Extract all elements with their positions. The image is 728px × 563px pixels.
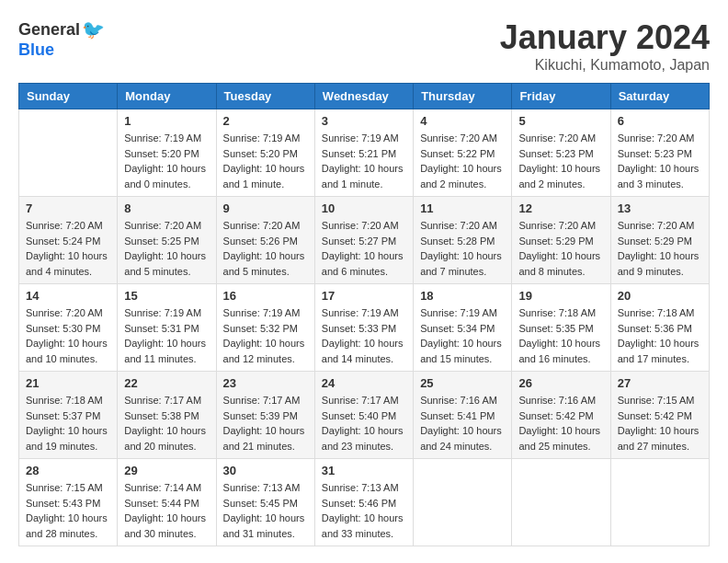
day-info: Sunrise: 7:19 AMSunset: 5:20 PMDaylight:… xyxy=(124,131,209,191)
day-info: Sunrise: 7:20 AMSunset: 5:29 PMDaylight:… xyxy=(518,218,603,279)
day-info: Sunrise: 7:19 AMSunset: 5:20 PMDaylight:… xyxy=(223,131,308,191)
day-info: Sunrise: 7:20 AMSunset: 5:26 PMDaylight:… xyxy=(223,218,308,279)
day-header-wednesday: Wednesday xyxy=(314,84,413,109)
calendar-cell: 30Sunrise: 7:13 AMSunset: 5:45 PMDayligh… xyxy=(216,459,314,546)
calendar-cell: 12Sunrise: 7:20 AMSunset: 5:29 PMDayligh… xyxy=(512,197,610,284)
day-number: 12 xyxy=(518,201,603,215)
day-number: 4 xyxy=(420,114,505,128)
day-info: Sunrise: 7:18 AMSunset: 5:35 PMDaylight:… xyxy=(518,305,603,366)
calendar-cell xyxy=(414,459,512,546)
calendar-cell: 25Sunrise: 7:16 AMSunset: 5:41 PMDayligh… xyxy=(414,372,512,459)
day-header-thursday: Thursday xyxy=(414,84,512,109)
day-info: Sunrise: 7:20 AMSunset: 5:29 PMDaylight:… xyxy=(618,218,702,279)
day-header-saturday: Saturday xyxy=(610,84,709,109)
day-number: 30 xyxy=(223,464,308,477)
calendar-cell: 4Sunrise: 7:20 AMSunset: 5:22 PMDaylight… xyxy=(414,109,512,197)
calendar-cell: 26Sunrise: 7:16 AMSunset: 5:42 PMDayligh… xyxy=(512,372,610,459)
day-number: 16 xyxy=(223,289,308,303)
day-info: Sunrise: 7:20 AMSunset: 5:27 PMDaylight:… xyxy=(322,218,406,279)
calendar-cell: 3Sunrise: 7:19 AMSunset: 5:21 PMDaylight… xyxy=(314,109,413,197)
calendar-cell: 5Sunrise: 7:20 AMSunset: 5:23 PMDaylight… xyxy=(512,109,610,197)
day-number: 5 xyxy=(518,114,603,128)
calendar-cell: 29Sunrise: 7:14 AMSunset: 5:44 PMDayligh… xyxy=(118,459,216,546)
day-number: 7 xyxy=(26,201,110,215)
day-number: 11 xyxy=(420,201,505,215)
calendar-cell: 13Sunrise: 7:20 AMSunset: 5:29 PMDayligh… xyxy=(610,197,709,284)
day-number: 19 xyxy=(518,289,603,303)
calendar-cell: 20Sunrise: 7:18 AMSunset: 5:36 PMDayligh… xyxy=(610,284,709,372)
calendar-cell xyxy=(512,459,610,546)
day-number: 28 xyxy=(26,464,110,477)
day-info: Sunrise: 7:17 AMSunset: 5:38 PMDaylight:… xyxy=(124,393,209,454)
calendar-header-row: SundayMondayTuesdayWednesdayThursdayFrid… xyxy=(19,84,710,109)
week-row-3: 14Sunrise: 7:20 AMSunset: 5:30 PMDayligh… xyxy=(19,284,710,372)
day-info: Sunrise: 7:18 AMSunset: 5:36 PMDaylight:… xyxy=(618,305,702,366)
calendar-cell: 15Sunrise: 7:19 AMSunset: 5:31 PMDayligh… xyxy=(118,284,216,372)
page-header: General 🐦 Blue January 2024 Kikuchi, Kum… xyxy=(18,18,710,74)
day-number: 22 xyxy=(124,376,209,390)
day-info: Sunrise: 7:13 AMSunset: 5:45 PMDaylight:… xyxy=(223,480,308,541)
calendar-table: SundayMondayTuesdayWednesdayThursdayFrid… xyxy=(18,83,710,546)
day-info: Sunrise: 7:20 AMSunset: 5:28 PMDaylight:… xyxy=(420,218,505,279)
calendar-cell: 6Sunrise: 7:20 AMSunset: 5:23 PMDaylight… xyxy=(610,109,709,197)
day-info: Sunrise: 7:17 AMSunset: 5:39 PMDaylight:… xyxy=(223,393,308,454)
day-number: 24 xyxy=(322,376,406,390)
day-number: 10 xyxy=(322,201,406,215)
calendar-cell: 19Sunrise: 7:18 AMSunset: 5:35 PMDayligh… xyxy=(512,284,610,372)
day-info: Sunrise: 7:16 AMSunset: 5:42 PMDaylight:… xyxy=(518,393,603,454)
calendar-cell: 10Sunrise: 7:20 AMSunset: 5:27 PMDayligh… xyxy=(314,197,413,284)
day-number: 29 xyxy=(124,464,209,477)
day-number: 6 xyxy=(618,114,702,128)
day-info: Sunrise: 7:17 AMSunset: 5:40 PMDaylight:… xyxy=(322,393,406,454)
day-info: Sunrise: 7:19 AMSunset: 5:31 PMDaylight:… xyxy=(124,305,209,366)
calendar-cell: 9Sunrise: 7:20 AMSunset: 5:26 PMDaylight… xyxy=(216,197,314,284)
day-number: 13 xyxy=(618,201,702,215)
calendar-cell: 27Sunrise: 7:15 AMSunset: 5:42 PMDayligh… xyxy=(610,372,709,459)
calendar-cell: 7Sunrise: 7:20 AMSunset: 5:24 PMDaylight… xyxy=(19,197,118,284)
day-number: 31 xyxy=(322,464,406,477)
day-info: Sunrise: 7:18 AMSunset: 5:37 PMDaylight:… xyxy=(26,393,110,454)
day-header-tuesday: Tuesday xyxy=(216,84,314,109)
day-number: 27 xyxy=(618,376,702,390)
day-info: Sunrise: 7:19 AMSunset: 5:34 PMDaylight:… xyxy=(420,305,505,366)
logo-bird-icon: 🐦 xyxy=(82,18,105,40)
day-number: 15 xyxy=(124,289,209,303)
day-info: Sunrise: 7:19 AMSunset: 5:21 PMDaylight:… xyxy=(322,131,406,191)
day-info: Sunrise: 7:13 AMSunset: 5:46 PMDaylight:… xyxy=(322,480,406,541)
week-row-1: 1Sunrise: 7:19 AMSunset: 5:20 PMDaylight… xyxy=(19,109,710,197)
calendar-cell: 14Sunrise: 7:20 AMSunset: 5:30 PMDayligh… xyxy=(19,284,118,372)
calendar-cell: 8Sunrise: 7:20 AMSunset: 5:25 PMDaylight… xyxy=(118,197,216,284)
day-number: 1 xyxy=(124,114,209,128)
day-number: 8 xyxy=(124,201,209,215)
day-number: 26 xyxy=(518,376,603,390)
day-number: 14 xyxy=(26,289,110,303)
location-text: Kikuchi, Kumamoto, Japan xyxy=(500,57,710,74)
calendar-cell xyxy=(610,459,709,546)
day-header-friday: Friday xyxy=(512,84,610,109)
day-info: Sunrise: 7:20 AMSunset: 5:25 PMDaylight:… xyxy=(124,218,209,279)
week-row-5: 28Sunrise: 7:15 AMSunset: 5:43 PMDayligh… xyxy=(19,459,710,546)
day-number: 21 xyxy=(26,376,110,390)
week-row-2: 7Sunrise: 7:20 AMSunset: 5:24 PMDaylight… xyxy=(19,197,710,284)
day-number: 17 xyxy=(322,289,406,303)
calendar-cell: 21Sunrise: 7:18 AMSunset: 5:37 PMDayligh… xyxy=(19,372,118,459)
calendar-cell: 28Sunrise: 7:15 AMSunset: 5:43 PMDayligh… xyxy=(19,459,118,546)
day-header-sunday: Sunday xyxy=(19,84,118,109)
day-header-monday: Monday xyxy=(118,84,216,109)
day-info: Sunrise: 7:20 AMSunset: 5:23 PMDaylight:… xyxy=(518,131,603,191)
logo-general-text: General xyxy=(18,20,80,40)
day-number: 23 xyxy=(223,376,308,390)
day-info: Sunrise: 7:15 AMSunset: 5:42 PMDaylight:… xyxy=(618,393,702,454)
logo: General 🐦 Blue xyxy=(18,18,105,60)
calendar-cell: 24Sunrise: 7:17 AMSunset: 5:40 PMDayligh… xyxy=(314,372,413,459)
calendar-cell: 1Sunrise: 7:19 AMSunset: 5:20 PMDaylight… xyxy=(118,109,216,197)
week-row-4: 21Sunrise: 7:18 AMSunset: 5:37 PMDayligh… xyxy=(19,372,710,459)
calendar-cell: 31Sunrise: 7:13 AMSunset: 5:46 PMDayligh… xyxy=(314,459,413,546)
day-info: Sunrise: 7:14 AMSunset: 5:44 PMDaylight:… xyxy=(124,480,209,541)
day-number: 2 xyxy=(223,114,308,128)
day-info: Sunrise: 7:20 AMSunset: 5:23 PMDaylight:… xyxy=(618,131,702,191)
month-title: January 2024 xyxy=(500,18,710,57)
day-number: 3 xyxy=(322,114,406,128)
calendar-cell: 11Sunrise: 7:20 AMSunset: 5:28 PMDayligh… xyxy=(414,197,512,284)
logo-blue-text: Blue xyxy=(18,40,54,60)
